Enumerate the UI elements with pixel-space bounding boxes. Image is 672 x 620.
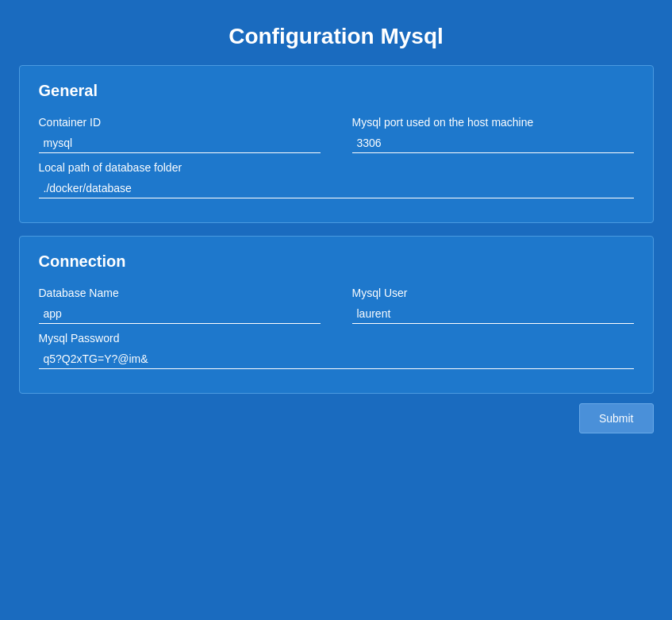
connection-fields-row-1: Database Name Mysql User <box>39 287 634 324</box>
database-name-group: Database Name <box>39 287 321 324</box>
container-id-group: Container ID <box>39 116 321 153</box>
mysql-port-label: Mysql port used on the host machine <box>352 116 634 129</box>
connection-section: Connection Database Name Mysql User Mysq… <box>19 236 654 394</box>
mysql-password-input[interactable] <box>39 349 634 369</box>
local-path-input[interactable] <box>39 179 634 198</box>
connection-section-title: Connection <box>39 252 634 271</box>
general-section-title: General <box>39 82 634 100</box>
connection-fields-row-2: Mysql Password <box>39 332 634 369</box>
database-name-input[interactable] <box>39 304 321 324</box>
database-name-label: Database Name <box>39 287 321 299</box>
mysql-user-input[interactable] <box>352 304 634 324</box>
mysql-user-label: Mysql User <box>352 287 634 299</box>
container-id-input[interactable] <box>39 133 321 153</box>
content-area: General Container ID Mysql port used on … <box>19 65 654 394</box>
mysql-port-input[interactable] <box>352 133 634 153</box>
general-fields-row-2: Local path of database folder <box>39 161 634 198</box>
general-section: General Container ID Mysql port used on … <box>19 65 654 223</box>
mysql-user-group: Mysql User <box>352 287 634 324</box>
mysql-port-group: Mysql port used on the host machine <box>352 116 634 153</box>
page-title: Configuration Mysql <box>0 0 672 65</box>
submit-button[interactable]: Submit <box>579 403 654 433</box>
local-path-label: Local path of database folder <box>39 161 634 174</box>
mysql-password-label: Mysql Password <box>39 332 634 345</box>
container-id-label: Container ID <box>39 116 321 129</box>
local-path-group: Local path of database folder <box>39 161 634 198</box>
footer: Submit <box>19 394 654 443</box>
general-fields-row-1: Container ID Mysql port used on the host… <box>39 116 634 153</box>
mysql-password-group: Mysql Password <box>39 332 634 369</box>
